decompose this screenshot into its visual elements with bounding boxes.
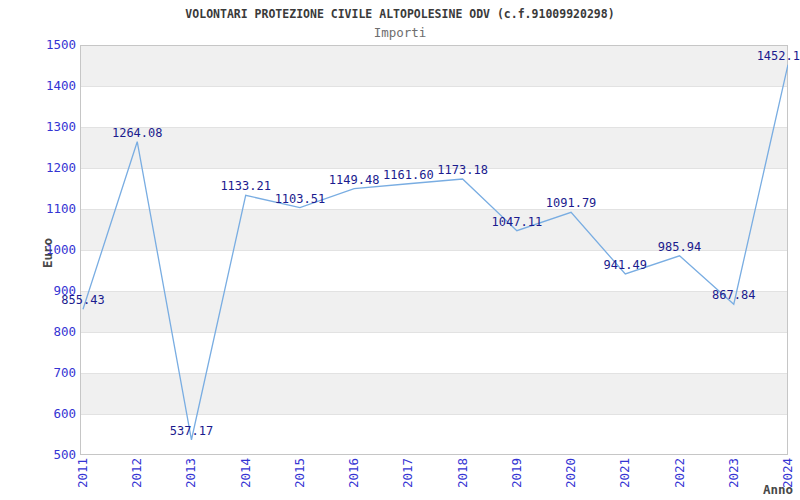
x-axis-tick-label: 2023	[726, 458, 741, 488]
point-value-label: 855.43	[61, 294, 104, 307]
shading-band	[80, 291, 788, 332]
y-axis-tick-label: 1100	[0, 201, 76, 216]
point-value-label: 1149.48	[329, 174, 380, 187]
x-axis-tick-label: 2016	[346, 458, 361, 488]
y-axis-tick-label: 600	[0, 406, 76, 421]
x-axis-tick-label: 2015	[292, 458, 307, 488]
point-value-label: 1161.60	[383, 169, 434, 182]
shading-band	[80, 86, 788, 127]
point-value-label: 1173.18	[437, 164, 488, 177]
y-axis-tick-label: 500	[0, 447, 76, 462]
y-axis-tick-label: 1400	[0, 78, 76, 93]
shading-band	[80, 45, 788, 86]
y-axis-tick-label: 800	[0, 324, 76, 339]
chart-root: VOLONTARI PROTEZIONE CIVILE ALTOPOLESINE…	[0, 0, 800, 500]
x-axis-tick-label: 2021	[617, 458, 632, 488]
shading-band	[80, 332, 788, 373]
x-axis-tick-label: 2011	[75, 458, 90, 488]
chart-subtitle: Importi	[0, 25, 800, 40]
y-axis-tick-label: 1000	[0, 242, 76, 257]
chart-title: VOLONTARI PROTEZIONE CIVILE ALTOPOLESINE…	[0, 7, 800, 21]
x-axis-tick-label: 2022	[672, 458, 687, 488]
shading-band	[80, 168, 788, 209]
x-axis-tick-label: 2014	[238, 458, 253, 488]
x-axis-tick-label: 2019	[509, 458, 524, 488]
y-axis-tick-label: 1200	[0, 160, 76, 175]
point-value-label: 867.84	[712, 289, 755, 302]
point-value-label: 1452.1	[757, 50, 800, 63]
y-axis-tick-label: 700	[0, 365, 76, 380]
point-value-label: 1133.21	[220, 180, 271, 193]
x-axis-tick-label: 2013	[183, 458, 198, 488]
point-value-label: 1091.79	[546, 197, 597, 210]
point-value-label: 941.49	[604, 259, 647, 272]
x-axis-tick-label: 2017	[400, 458, 415, 488]
point-value-label: 537.17	[170, 425, 213, 438]
point-value-label: 1264.08	[112, 127, 163, 140]
point-value-label: 1047.11	[492, 216, 543, 229]
point-value-label: 985.94	[658, 241, 701, 254]
shading-band	[80, 250, 788, 291]
x-axis-tick-label: 2018	[455, 458, 470, 488]
y-axis-tick-label: 1500	[0, 37, 76, 52]
x-axis-tick-label: 2012	[129, 458, 144, 488]
x-axis-tick-label: 2020	[563, 458, 578, 488]
shading-band	[80, 127, 788, 168]
point-value-label: 1103.51	[275, 193, 326, 206]
x-axis-tick-label: 2024	[780, 458, 795, 488]
y-axis-tick-label: 1300	[0, 119, 76, 134]
